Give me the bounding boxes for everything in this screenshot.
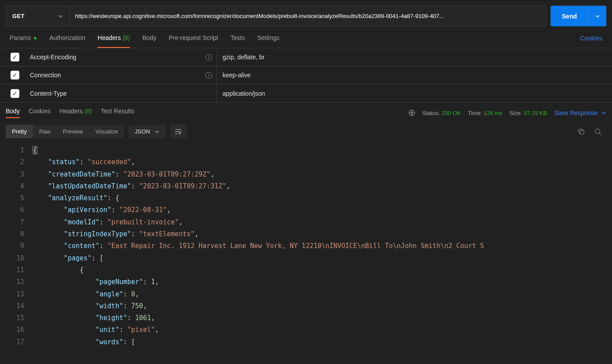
- resp-tab-test-results[interactable]: Test Results: [101, 108, 134, 118]
- method-select[interactable]: GET: [6, 6, 69, 26]
- view-mode-group: Pretty Raw Preview Visualize: [6, 125, 124, 138]
- tab-tests[interactable]: Tests: [230, 34, 245, 48]
- tab-authorization[interactable]: Authorization: [50, 34, 86, 48]
- chevron-down-icon: [601, 110, 606, 115]
- url-value: https://westeurope.api.cognitive.microso…: [75, 13, 444, 19]
- header-value[interactable]: keep-alive: [216, 66, 612, 84]
- chevron-down-icon: [58, 14, 63, 19]
- svg-point-3: [595, 129, 600, 133]
- line-gutter: 1234567891011121314151617: [6, 143, 32, 348]
- checkbox[interactable]: ✓: [11, 89, 19, 98]
- send-button-group: Send: [551, 6, 606, 26]
- table-row: ✓ Connectioni keep-alive: [0, 66, 612, 84]
- resp-tab-body[interactable]: Body: [6, 108, 20, 118]
- header-value[interactable]: application/json: [216, 84, 612, 102]
- tab-settings[interactable]: Settings: [257, 34, 280, 48]
- save-response[interactable]: Save Response: [554, 109, 606, 116]
- method-value: GET: [12, 13, 25, 19]
- headers-table: ✓ Accept-Encodingi gzip, deflate, br ✓ C…: [0, 48, 612, 103]
- header-key[interactable]: Connectioni: [30, 72, 216, 79]
- response-meta: Status: 200 OK Time: 126 ms Size: 37.19 …: [408, 109, 606, 116]
- svg-rect-2: [580, 130, 584, 134]
- view-raw[interactable]: Raw: [33, 125, 57, 138]
- view-preview[interactable]: Preview: [57, 125, 89, 138]
- copy-icon[interactable]: [577, 128, 585, 136]
- tab-params[interactable]: Params ●: [10, 34, 37, 48]
- tab-prerequest[interactable]: Pre-request Script: [169, 34, 218, 48]
- body-toolbar: Pretty Raw Preview Visualize JSON: [0, 120, 612, 143]
- chevron-down-icon: [155, 129, 160, 134]
- header-key[interactable]: Accept-Encodingi: [30, 54, 216, 61]
- table-row: ✓ Content-Type application/json: [0, 84, 612, 102]
- params-dot: ●: [32, 34, 37, 41]
- view-visualize[interactable]: Visualize: [89, 125, 124, 138]
- code-content: { "status": "succeeded", "createdDateTim…: [32, 143, 612, 348]
- size-value: 37.19 KB: [524, 110, 547, 116]
- resp-tab-headers[interactable]: Headers (8): [60, 108, 92, 118]
- send-dropdown[interactable]: [588, 6, 606, 26]
- tab-body[interactable]: Body: [142, 34, 156, 48]
- search-icon[interactable]: [594, 128, 602, 136]
- format-select[interactable]: JSON: [129, 125, 166, 138]
- time-value: 126 ms: [483, 110, 502, 116]
- info-icon[interactable]: i: [205, 54, 212, 61]
- header-value[interactable]: gzip, deflate, br: [216, 48, 612, 66]
- wrap-lines-button[interactable]: [170, 124, 187, 139]
- globe-icon[interactable]: [408, 109, 415, 116]
- tab-headers[interactable]: Headers (8): [97, 34, 130, 48]
- url-input[interactable]: https://westeurope.api.cognitive.microso…: [69, 6, 546, 26]
- wrap-icon: [175, 129, 182, 135]
- request-tabs: Params ● Authorization Headers (8) Body …: [0, 26, 612, 48]
- send-button[interactable]: Send: [551, 6, 588, 26]
- header-key[interactable]: Content-Type: [30, 90, 216, 97]
- view-pretty[interactable]: Pretty: [6, 125, 33, 138]
- request-bar: GET https://westeurope.api.cognitive.mic…: [0, 0, 612, 26]
- resp-tab-cookies[interactable]: Cookies: [29, 108, 51, 118]
- code-viewer[interactable]: 1234567891011121314151617 { "status": "s…: [0, 143, 612, 348]
- table-row: ✓ Accept-Encodingi gzip, deflate, br: [0, 48, 612, 66]
- checkbox[interactable]: ✓: [11, 53, 19, 61]
- cookies-link[interactable]: Cookies: [580, 35, 602, 47]
- chevron-down-icon: [595, 14, 600, 19]
- info-icon[interactable]: i: [205, 72, 212, 79]
- checkbox[interactable]: ✓: [11, 71, 19, 79]
- status-value: 200 OK: [442, 110, 461, 116]
- response-bar: Body Cookies Headers (8) Test Results St…: [0, 103, 612, 120]
